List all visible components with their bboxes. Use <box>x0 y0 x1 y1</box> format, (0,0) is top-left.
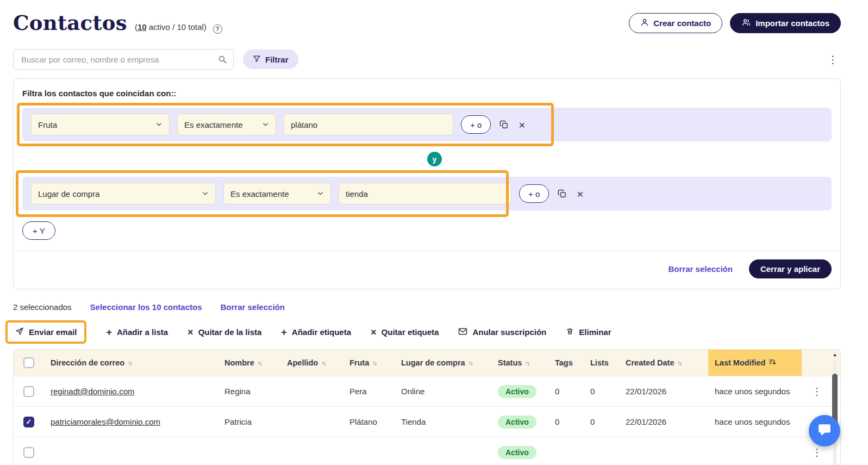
annotation-box-send-email: Enviar email <box>5 320 86 344</box>
header-label: Fruta <box>349 358 369 367</box>
sort-icon[interactable]: ↑↓ <box>469 359 472 366</box>
count-active-link[interactable]: 10 <box>138 22 147 32</box>
field-select-1[interactable]: Fruta <box>31 114 170 135</box>
unsubscribe-button[interactable]: Anular suscripción <box>458 327 546 337</box>
header-cell-apellido: Apellido↑↓ <box>287 358 349 367</box>
send-email-button[interactable]: Enviar email <box>15 327 77 337</box>
row-menu-icon[interactable]: ⋮ <box>810 447 824 458</box>
cell-nombre: Regina <box>224 387 287 396</box>
header-cell-status: Status↑↓ <box>498 358 555 367</box>
contact-email-link[interactable]: patriciamorales@dominio.com <box>51 417 160 426</box>
x-icon: × <box>188 327 193 337</box>
cell-lugar: Online <box>401 387 498 396</box>
cell-last-modified: hace unos segundos <box>708 387 802 396</box>
add-to-list-button[interactable]: + Añadir a lista <box>106 327 168 337</box>
import-contacts-button[interactable]: Importar contactos <box>730 13 841 33</box>
clear-selection-link[interactable]: Borrar selección <box>669 264 733 274</box>
page-header: Contactos (10 activo / 10 total) ? Crear… <box>13 11 841 35</box>
select-all-checkbox[interactable] <box>23 357 34 368</box>
contact-count: (10 activo / 10 total) <box>135 22 207 32</box>
page-title: Contactos <box>13 11 127 35</box>
delete-label: Eliminar <box>579 327 611 337</box>
cell-tags: 0 <box>555 387 590 396</box>
help-icon[interactable]: ? <box>213 24 222 34</box>
add-or-condition-button-2[interactable]: + o <box>519 184 549 203</box>
contacts-table: Dirección de correo↑↓ Nombre↑↓ Apellido↑… <box>13 349 841 465</box>
sort-desc-icon[interactable] <box>769 358 776 368</box>
add-or-condition-button-1[interactable]: + o <box>461 115 491 134</box>
header-cell-lists: Lists <box>590 358 626 367</box>
header-cell-lugar: Lugar de compra↑↓ <box>401 358 498 367</box>
apply-filters-label: Cerrar y aplicar <box>760 264 820 274</box>
contact-email-link[interactable]: reginadt@dominio.com <box>51 387 134 396</box>
remove-tag-label: Quitar etiqueta <box>382 327 439 337</box>
remove-condition-icon[interactable]: × <box>576 187 584 201</box>
remove-tag-button[interactable]: × Quitar etiqueta <box>371 327 439 337</box>
field-select-2[interactable]: Lugar de compra <box>31 183 216 204</box>
header-cell-nombre: Nombre↑↓ <box>224 358 287 367</box>
duplicate-condition-icon[interactable] <box>498 119 510 131</box>
create-contact-button[interactable]: Crear contacto <box>629 13 722 33</box>
operator-select-1[interactable]: Es exactamente <box>177 114 276 135</box>
row-checkbox[interactable] <box>23 386 34 397</box>
table-scrollbar[interactable]: ▲ <box>831 352 839 465</box>
header-label: Status <box>498 358 522 367</box>
add-and-condition-button[interactable]: + Y <box>22 221 55 240</box>
cell-fruta: Pera <box>349 387 401 396</box>
search-input[interactable] <box>13 49 234 70</box>
sort-icon[interactable]: ↑↓ <box>321 359 325 366</box>
sort-icon[interactable]: ↑↓ <box>525 359 529 366</box>
chat-widget-button[interactable] <box>809 415 840 447</box>
envelope-icon <box>458 327 467 337</box>
remove-from-list-button[interactable]: × Quitar de la lista <box>188 327 261 337</box>
row-menu-icon[interactable]: ⋮ <box>810 386 824 398</box>
cell-lists: 0 <box>590 417 626 426</box>
cell-created-date: 22/01/2026 <box>626 387 708 396</box>
unsubscribe-label: Anular suscripción <box>472 327 546 337</box>
duplicate-condition-icon[interactable] <box>557 188 568 200</box>
header-label: Nombre <box>224 358 254 367</box>
value-input-1[interactable] <box>291 120 446 129</box>
sort-icon[interactable]: ↑↓ <box>258 359 261 366</box>
cell-lists: 0 <box>590 387 626 396</box>
remove-condition-icon[interactable]: × <box>517 118 526 132</box>
cell-tags: 0 <box>555 417 590 426</box>
cell-checkbox <box>14 447 51 458</box>
row-checkbox[interactable] <box>23 447 34 458</box>
header-label: Lugar de compra <box>401 358 465 367</box>
operator-select-2[interactable]: Es exactamente <box>223 183 331 204</box>
more-options-icon[interactable]: ⋮ <box>826 53 841 66</box>
select-all-link[interactable]: Seleccionar los 10 contactos <box>90 302 202 312</box>
table-row: reginadt@dominio.com Regina Pera Online … <box>14 376 840 406</box>
row-checkbox-checked[interactable] <box>23 417 34 427</box>
remove-from-list-label: Quitar de la lista <box>198 327 262 337</box>
value-input-2[interactable] <box>346 189 504 199</box>
create-contact-label: Crear contacto <box>653 18 711 28</box>
delete-button[interactable]: Eliminar <box>566 327 611 337</box>
cell-fruta: Plátano <box>349 417 401 426</box>
sort-icon[interactable]: ↑↓ <box>677 359 681 366</box>
plus-icon: + <box>281 327 287 337</box>
paper-plane-icon <box>15 327 24 337</box>
header-label: Created Date <box>626 358 674 367</box>
operator-select-1-value: Es exactamente <box>184 120 243 129</box>
table-row: patriciamorales@dominio.com Patricia Plá… <box>14 406 840 437</box>
contacts-page: Contactos (10 activo / 10 total) ? Crear… <box>0 0 868 465</box>
and-badge: y <box>427 152 442 166</box>
header-label: Apellido <box>287 358 318 367</box>
apply-filters-button[interactable]: Cerrar y aplicar <box>749 259 832 278</box>
count-rest: activo / 10 total) <box>147 22 207 32</box>
sort-icon[interactable]: ↑↓ <box>372 359 376 366</box>
selection-bar: 2 seleccionados Seleccionar los 10 conta… <box>13 302 841 312</box>
cell-status: Activo <box>498 446 555 459</box>
add-to-list-label: Añadir a lista <box>117 327 168 337</box>
status-badge: Activo <box>498 416 536 429</box>
sort-icon[interactable]: ↑↓ <box>128 359 132 366</box>
status-badge: Activo <box>498 446 536 459</box>
scroll-up-icon[interactable]: ▲ <box>831 352 839 357</box>
add-tag-button[interactable]: + Añadir etiqueta <box>281 327 351 337</box>
add-and-label: + Y <box>33 226 45 235</box>
filter-button[interactable]: Filtrar <box>243 49 298 69</box>
clear-selection-link-2[interactable]: Borrar selección <box>221 302 285 312</box>
people-icon <box>741 18 751 28</box>
